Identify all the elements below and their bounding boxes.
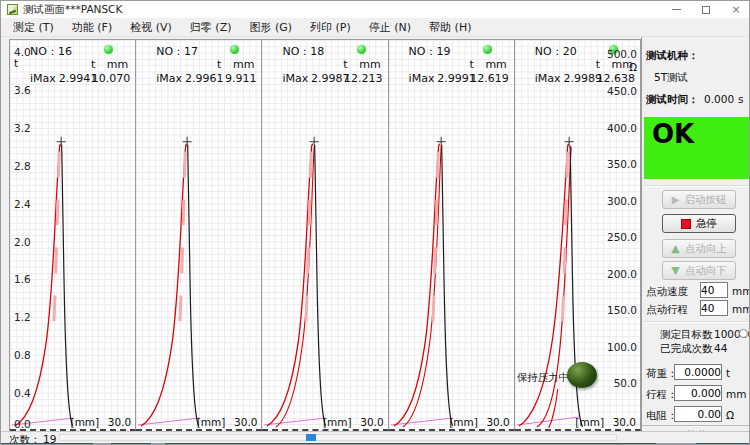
x-axis-unit: [mm] — [197, 416, 226, 428]
test-time-label: 测试时间： — [646, 93, 699, 107]
chart-panel-18: NO：18 t mm iMax 2.9987 12.213 [mm] 30.0 — [262, 40, 388, 431]
maximize-icon — [702, 6, 710, 14]
resistance-unit: Ω — [726, 409, 734, 421]
panel-number: NO：18 — [282, 44, 324, 59]
play-icon: ▶ — [672, 194, 680, 205]
chart-area: NO：16 t mm iMax 2.9941 10.070 [mm] 30.0 … — [9, 39, 641, 431]
x-axis-max: 30.0 — [613, 416, 636, 428]
stroke-value-field[interactable] — [674, 385, 722, 401]
menu-graph[interactable]: 图形 (G) — [243, 18, 304, 37]
jog-up-button[interactable]: ▲ 点动向上 — [662, 239, 736, 258]
menu-function[interactable]: 功能 (F) — [66, 18, 124, 37]
titlebar: 测试画面***PANSCK × — [1, 1, 750, 18]
r-tick: 500.0 — [607, 48, 637, 60]
r-tick: 250.0 — [607, 231, 637, 243]
app-icon — [7, 4, 18, 15]
window-title: 测试画面***PANSCK — [23, 3, 122, 17]
r-tick: 300.0 — [607, 195, 637, 207]
imax-label: iMax — [30, 72, 56, 85]
col-header-t: t — [469, 58, 473, 71]
y-tick: 0.4 — [14, 387, 31, 399]
menu-print[interactable]: 列印 (P) — [304, 18, 363, 37]
menu-help[interactable]: 帮助 (H) — [423, 18, 483, 37]
jog-speed-input[interactable] — [700, 282, 728, 298]
holding-pressure-ball-icon — [567, 362, 597, 388]
start-button[interactable]: ▶ 启动按钮 — [662, 190, 736, 209]
close-icon: × — [731, 3, 740, 16]
r-tick: 400.0 — [607, 122, 637, 134]
x-axis-unit: [mm] — [449, 416, 478, 428]
col-header-t: t — [343, 58, 347, 71]
y-axis-unit: t — [14, 57, 18, 69]
imax-label: iMax — [409, 72, 435, 85]
curve-plot-17 — [136, 40, 261, 429]
arrow-down-icon: ▼ — [671, 264, 679, 277]
menu-measure[interactable]: 测定 (T) — [7, 18, 66, 37]
x-axis-unit: [mm] — [71, 416, 100, 428]
arrow-up-icon: ▲ — [671, 242, 679, 255]
target-radio-icon[interactable] — [739, 329, 748, 338]
y-tick: 3.2 — [14, 122, 31, 134]
r-tick: 100.0 — [607, 341, 637, 353]
test-time-value: 0.000 — [704, 93, 734, 105]
load-label: 荷重： — [646, 367, 678, 381]
right-axis-unit: Ω — [629, 61, 637, 73]
panel-number: NO：16 — [30, 44, 72, 59]
jog-speed-unit: mm/min — [732, 285, 750, 297]
scrollbar-thumb[interactable] — [306, 434, 316, 441]
target-count-label: 测定目标数 — [660, 328, 713, 342]
panel-number: NO：19 — [409, 44, 451, 59]
col-header-mm: mm — [233, 58, 254, 71]
y-tick: 2.0 — [14, 236, 31, 248]
estop-button[interactable]: 急停 — [662, 214, 736, 233]
x-axis-max: 30.0 — [486, 416, 509, 428]
panel-number: NO：20 — [535, 44, 577, 59]
curve-plot-16 — [10, 40, 135, 429]
imax-mm-value: 12.213 — [344, 72, 383, 85]
machine-type-label: 测试机种： — [646, 49, 699, 63]
jog-stroke-input[interactable] — [700, 300, 728, 316]
maximize-button[interactable] — [691, 1, 721, 18]
menu-zero[interactable]: 归零 (Z) — [184, 18, 244, 37]
horizontal-scrollbar[interactable] — [59, 434, 617, 441]
col-header-t: t — [596, 58, 600, 71]
r-tick: 350.0 — [607, 158, 637, 170]
holding-pressure-label: 保持压力中 — [517, 371, 570, 385]
stop-square-icon — [681, 219, 691, 229]
status-badge: OK — [644, 117, 750, 179]
minimize-button[interactable] — [661, 1, 691, 18]
menubar: 测定 (T) 功能 (F) 检视 (V) 归零 (Z) 图形 (G) 列印 (P… — [1, 18, 750, 37]
curve-plot-19 — [389, 40, 514, 429]
separator — [644, 185, 750, 187]
menu-stop[interactable]: 停止 (N) — [363, 18, 423, 37]
col-header-t: t — [217, 58, 221, 71]
imax-t-value: 2.9961 — [185, 72, 224, 85]
y-tick: 2.8 — [14, 160, 31, 172]
resistance-value-field[interactable] — [674, 406, 722, 422]
load-unit: t — [726, 367, 730, 379]
menu-view[interactable]: 检视 (V) — [124, 18, 184, 37]
machine-type-value: 5T测试 — [654, 71, 688, 85]
imax-mm-value: 12.619 — [470, 72, 509, 85]
r-tick: 450.0 — [607, 85, 637, 97]
chart-panel-17: NO：17 t mm iMax 2.9961 9.911 [mm] 30.0 — [136, 40, 262, 431]
stroke-label: 行程： — [646, 388, 678, 402]
y-tick: 2.4 — [14, 198, 31, 210]
load-value-field[interactable] — [674, 364, 722, 380]
chart-panel-16: NO：16 t mm iMax 2.9941 10.070 [mm] 30.0 … — [10, 40, 136, 431]
close-button[interactable]: × — [721, 1, 750, 18]
y-tick: 3.6 — [14, 84, 31, 96]
x-axis-max: 30.0 — [108, 416, 131, 428]
jog-stroke-unit: mm — [732, 303, 750, 315]
col-header-mm: mm — [107, 58, 128, 71]
chart-panel-19: NO：19 t mm iMax 2.9991 12.619 [mm] 30.0 — [389, 40, 515, 431]
col-header-t: t — [91, 58, 95, 71]
y-tick: 0.0 — [14, 418, 31, 430]
jog-down-button[interactable]: ▼ 点动向下 — [662, 261, 736, 280]
imax-label: iMax — [535, 72, 561, 85]
chart-panel-20: NO：20 t mm iMax 2.9989 12.638 [mm] 30.0 … — [515, 40, 641, 431]
stroke-unit: mm — [726, 388, 746, 400]
imax-label: iMax — [156, 72, 182, 85]
control-sidebar: 测试机种： 5T测试 测试时间： 0.000 s OK ▶ 启动按钮 急停 ▲ … — [641, 37, 750, 433]
completed-count-value: 44 — [714, 342, 727, 354]
